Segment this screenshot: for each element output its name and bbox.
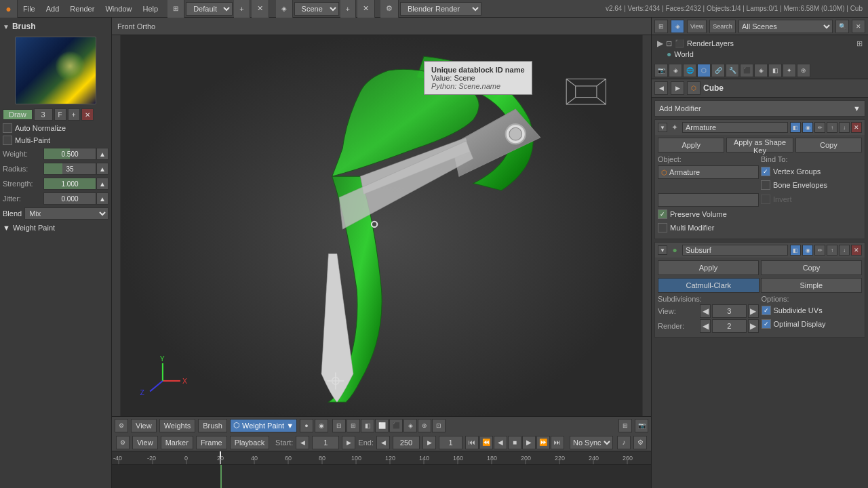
object-nav-back[interactable]: ◀ [654, 81, 668, 95]
viewport-icon4[interactable]: ⬜ [375, 419, 389, 432]
prop-physics-icon[interactable]: ⊕ [797, 64, 810, 77]
subsurf-name-field[interactable]: Subsurf [682, 245, 788, 256]
view-inc-btn[interactable]: ▶ [748, 304, 759, 318]
timeline-playback-btn[interactable]: Playback [230, 436, 270, 449]
timeline-view-btn[interactable]: View [132, 436, 158, 449]
subsurf-copy-btn[interactable]: Copy [761, 260, 862, 275]
audio-btn[interactable]: ♪ [617, 436, 631, 449]
prop-object-icon[interactable]: ⬡ [697, 64, 711, 77]
frame-end-inc[interactable]: ▶ [422, 436, 436, 449]
viewport-zoom-icon[interactable]: ⊞ [618, 419, 632, 432]
multi-paint-cb[interactable] [3, 136, 12, 145]
jitter-adj-btn[interactable]: ▲ [96, 192, 108, 205]
armature-view-btn[interactable]: ◉ [802, 122, 813, 133]
bone-envelopes-cb[interactable] [761, 180, 770, 190]
scene-add-btn[interactable]: + [340, 0, 356, 18]
strength-adj-btn[interactable]: ▲ [96, 178, 108, 190]
brush-f-btn[interactable]: F [54, 108, 66, 121]
right-search-icon[interactable]: 🔍 [835, 20, 849, 33]
prop-world-icon[interactable]: 🌐 [683, 64, 696, 77]
layout-select[interactable]: Default [186, 2, 233, 16]
viewport-icon5[interactable]: ⬛ [389, 419, 403, 432]
scene-icon-btn[interactable]: ◈ [276, 0, 293, 18]
layout-close-btn[interactable]: ✕ [252, 0, 269, 18]
frame-start-input[interactable] [312, 436, 339, 449]
frame-end-input[interactable] [393, 436, 420, 449]
timeline-content[interactable] [112, 465, 651, 488]
layout-icon-btn[interactable]: ⊞ [167, 0, 184, 18]
play-jump-end[interactable]: ⏭ [551, 436, 564, 449]
viewport-icon8[interactable]: ⊡ [432, 419, 446, 432]
subsurf-up-btn[interactable]: ↑ [827, 245, 837, 256]
viewport-view-menu[interactable]: View [131, 419, 157, 432]
subsurf-collapse-btn[interactable]: ▼ [658, 245, 667, 255]
armature-up-btn[interactable]: ↑ [827, 122, 837, 133]
multi-modifier-row[interactable]: Multi Modifier [658, 223, 759, 232]
subdivide-uvs-cb[interactable]: ✓ [762, 306, 771, 315]
subsurf-edit-btn[interactable]: ✏ [814, 245, 825, 256]
outliner-icon1[interactable]: ⊞ [654, 20, 668, 33]
armature-down-btn[interactable]: ↓ [839, 122, 850, 133]
frame-start-dec[interactable]: ◀ [296, 436, 309, 449]
subsurf-view-btn[interactable]: ◉ [802, 245, 813, 256]
weight-bar[interactable]: 0.500 [43, 148, 96, 160]
jitter-bar[interactable]: 0.000 [43, 192, 96, 205]
simple-tab[interactable]: Simple [761, 278, 863, 293]
menu-window[interactable]: Window [100, 0, 137, 17]
blend-select[interactable]: Mix [24, 207, 108, 220]
viewport-camera-icon[interactable]: 📷 [635, 419, 648, 432]
auto-normalize-cb[interactable] [3, 123, 12, 133]
viewport-weights-menu[interactable]: Weights [159, 419, 196, 432]
search-btn[interactable]: Search [709, 20, 736, 33]
viewport-icon1[interactable]: ⊟ [332, 419, 346, 432]
outliner-icon2[interactable]: ◈ [671, 20, 684, 33]
timeline-menu-icon[interactable]: ⚙ [116, 436, 130, 449]
multi-modifier-cb[interactable] [658, 223, 667, 232]
optimal-display-cb[interactable]: ✓ [762, 319, 771, 329]
brush-plus-btn[interactable]: + [68, 108, 80, 121]
prop-render-icon[interactable]: 📷 [654, 64, 668, 77]
view-dec-btn[interactable]: ◀ [700, 304, 711, 318]
object-nav-fwd[interactable]: ▶ [671, 81, 684, 95]
subsurf-render-btn[interactable]: ◧ [790, 245, 801, 256]
armature-apply-btn[interactable]: Apply [658, 138, 724, 152]
menu-help[interactable]: Help [138, 0, 164, 17]
right-close-btn[interactable]: ✕ [852, 20, 865, 33]
vertex-groups-cb[interactable]: ✓ [761, 167, 770, 176]
outliner-render-layers[interactable]: ▶ ⊡ ⬛ RenderLayers ⊞ [654, 38, 865, 49]
brush-x-btn[interactable]: ✕ [81, 108, 94, 121]
strength-bar[interactable]: 1.000 [43, 178, 96, 190]
sync-select[interactable]: No Sync [570, 436, 613, 449]
viewport-mode-select[interactable]: ⬡ Weight Paint ▼ [230, 419, 297, 432]
frame-current-input[interactable] [439, 436, 462, 449]
prop-material-icon[interactable]: ◈ [754, 64, 768, 77]
radius-adj-btn[interactable]: ▲ [96, 163, 108, 175]
render-inc-btn[interactable]: ▶ [748, 319, 759, 333]
viewport-canvas[interactable]: Unique datablock ID name Value: Scene Py… [112, 35, 651, 434]
radius-bar[interactable]: 35 [43, 163, 96, 175]
subdivide-uvs-row[interactable]: ✓ Subdivide UVs [762, 306, 863, 315]
brush-num-input[interactable] [34, 108, 53, 121]
catmull-clark-tab[interactable]: Catmull-Clark [658, 278, 760, 293]
view-btn[interactable]: View [687, 20, 707, 33]
scene-select[interactable]: Scene [294, 2, 339, 16]
viewport-dot-btn[interactable]: ◉ [315, 419, 328, 432]
play-prev-frame[interactable]: ⏪ [479, 436, 493, 449]
view-val[interactable]: 3 [712, 304, 747, 318]
viewport-icon7[interactable]: ⊕ [418, 419, 431, 432]
armature-apply-shape-btn[interactable]: Apply as Shape Key [726, 138, 793, 152]
subsurf-delete-btn[interactable]: ✕ [851, 245, 862, 256]
play-stop[interactable]: ■ [508, 436, 521, 449]
render-dec-btn[interactable]: ◀ [700, 319, 711, 333]
all-scenes-select[interactable]: All Scenes [738, 20, 833, 33]
draw-btn[interactable]: Draw [3, 109, 33, 120]
prop-scene-icon[interactable]: ◈ [669, 64, 682, 77]
timeline-marker-btn[interactable]: Marker [161, 436, 193, 449]
vertex-groups-row[interactable]: ✓ Vertex Groups [761, 167, 862, 176]
invert-row[interactable]: Invert [761, 195, 862, 204]
outliner-world[interactable]: ● World [654, 49, 865, 60]
play-jump-start[interactable]: ⏮ [465, 436, 479, 449]
auto-normalize-row[interactable]: Auto Normalize [3, 123, 108, 133]
play-forward[interactable]: ▶ [522, 436, 536, 449]
engine-select[interactable]: Blender Render [400, 2, 481, 16]
